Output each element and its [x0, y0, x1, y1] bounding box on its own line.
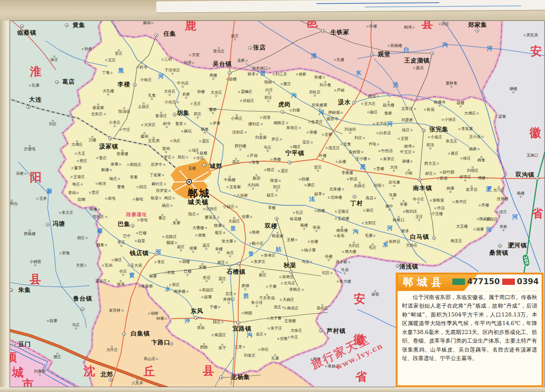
book-page-bottom-edge [0, 387, 545, 392]
atlas-page: 淮阳县鹿邑县安徽省安徽省沈丘县项城市黑河清水白沟河晋沟河洪河黑蔡河新黄水皇姑常胜… [0, 0, 545, 392]
postal-code: 477150 [467, 278, 500, 286]
prev-map-line [316, 2, 439, 4]
area-code: 0394 [517, 278, 539, 286]
area-code-swatch [502, 279, 515, 285]
book-page-left-edge [0, 20, 10, 387]
previous-page-sliver [156, 0, 545, 13]
county-codes: 477150 0394 [452, 278, 539, 286]
county-description: 位于河南省东部，东临安徽省。属于周口市。传春秋时道家创始人老子在此将“丹”炼成，… [398, 291, 542, 363]
county-title: 郸城县 [403, 277, 445, 288]
prev-map-line [365, 6, 521, 7]
postal-code-swatch [452, 279, 465, 285]
info-box-header: 郸城县 477150 0394 [398, 274, 542, 291]
county-info-box: 郸城县 477150 0394 位于河南省东部，东临安徽省。属于周口市。传春秋时… [396, 273, 544, 387]
book-page-top-edge [0, 0, 545, 20]
